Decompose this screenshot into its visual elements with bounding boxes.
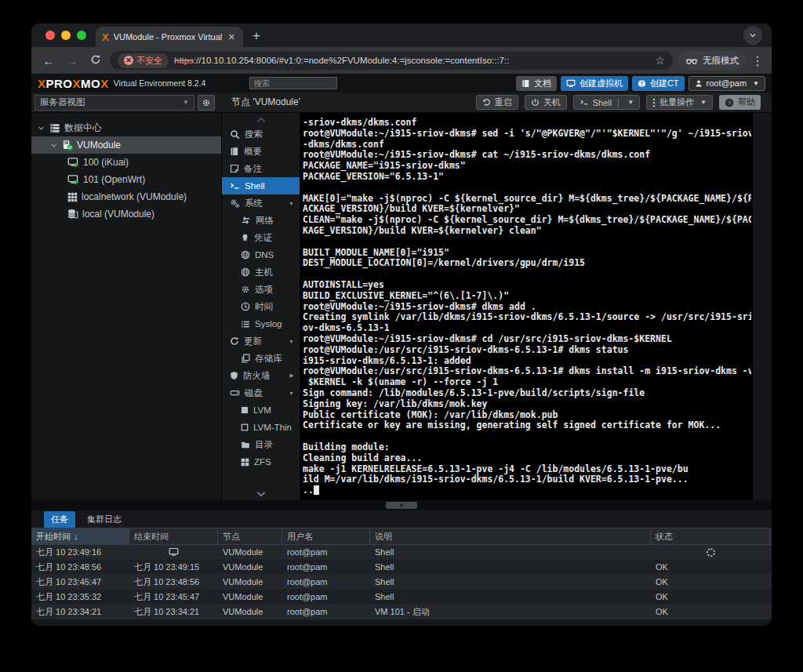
task-cell-4: Shell <box>370 562 651 572</box>
tree-item-datacenter[interactable]: 数据中心 <box>31 119 221 136</box>
browser-menu-button[interactable]: ⋮ <box>751 53 764 68</box>
bookmark-star-icon[interactable]: ☆ <box>655 54 665 67</box>
tab-cluster-log[interactable]: 集群日志 <box>80 511 129 528</box>
task-cell-2: VUModule <box>218 592 282 601</box>
pve-search-input[interactable] <box>249 77 337 89</box>
tree-item-storage-local[interactable]: local (VUModule) <box>31 205 221 223</box>
nav-item-dns[interactable]: DNS <box>222 246 300 263</box>
task-row[interactable]: 七月 10 23:45:47七月 10 23:48:56VUModuleroot… <box>31 575 772 590</box>
new-tab-button[interactable]: + <box>253 29 260 42</box>
task-row[interactable]: 七月 10 23:49:16VUModuleroot@pamShell <box>31 545 772 560</box>
nav-item-lvm[interactable]: LVM <box>222 401 300 419</box>
globe-icon <box>241 267 250 277</box>
nav-item-search[interactable]: 搜索 <box>222 125 300 143</box>
docs-button[interactable]: 文档 <box>516 76 557 91</box>
task-cell-3: root@pam <box>282 547 370 557</box>
tab-tasks[interactable]: 任务 <box>44 511 75 528</box>
column-header-4[interactable]: 说明 <box>370 529 651 544</box>
node-nav-menu: 搜索概要备注Shell系统▼网络凭证DNS主机选项时间Syslog更新▼存储库防… <box>222 113 300 500</box>
scroll-down-icon[interactable] <box>222 489 300 497</box>
task-cell-0: 七月 10 23:48:56 <box>31 561 129 573</box>
address-bar[interactable]: ✕ 不安全 https://10.10.10.254:8006/#v1:0:=n… <box>110 51 673 70</box>
nav-item-system[interactable]: 系统▼ <box>222 194 300 212</box>
security-badge[interactable]: ✕ 不安全 <box>118 53 169 68</box>
square-filled-icon <box>241 406 249 414</box>
help-button[interactable]: ? 帮助 <box>719 95 761 110</box>
nav-item-hosts[interactable]: 主机 <box>222 263 300 281</box>
panel-splitter[interactable]: ▼ <box>31 500 772 510</box>
nav-item-repositories[interactable]: 存储库 <box>222 350 300 367</box>
column-header-2[interactable]: 节点 <box>218 529 282 544</box>
view-selector[interactable]: 服务器视图 ▼ <box>35 95 194 111</box>
tree-item-node-vumodule[interactable]: VUModule <box>31 136 221 154</box>
column-header-5[interactable]: 状态 <box>651 529 770 544</box>
bulk-actions-button[interactable]: 批量操作 ▼ <box>646 95 713 110</box>
url-rest: ://10.10.10.254:8006/#v1:0:=node%2FVUMod… <box>194 56 509 65</box>
shutdown-button[interactable]: 关机 <box>525 95 567 110</box>
terminal-icon <box>230 181 240 191</box>
tree-item-storage-localnetwork[interactable]: localnetwork (VUModule) <box>31 188 221 205</box>
column-header-3[interactable]: 用户名 <box>282 529 370 544</box>
reload-button[interactable] <box>86 54 105 67</box>
nav-item-summary[interactable]: 概要 <box>222 143 300 160</box>
tree-item-vm-100[interactable]: 100 (iKuai) <box>31 154 221 171</box>
caret-down-icon: ▼ <box>289 390 294 396</box>
shell-button[interactable]: Shell ▼ <box>573 95 640 110</box>
pve-subheader: 服务器视图 ▼ 节点 'VUModule' 重启 关机 Shell ▼ <box>31 93 772 113</box>
tab-overflow-button[interactable] <box>743 26 762 45</box>
nav-item-zfs[interactable]: ZFS <box>222 453 300 470</box>
datacenter-icon <box>49 123 60 133</box>
shell-console[interactable]: -sriov-dkms/dkms.conf root@VUModule:~/i9… <box>300 113 772 500</box>
nav-item-certificates[interactable]: 凭证 <box>222 229 300 246</box>
reboot-button[interactable]: 重启 <box>476 95 518 110</box>
book-icon <box>230 147 239 156</box>
forward-button[interactable]: → <box>63 54 82 67</box>
nav-item-updates[interactable]: 更新▼ <box>222 332 300 350</box>
create-ct-button[interactable]: 创建CT <box>632 76 685 91</box>
task-row[interactable]: 七月 10 23:35:32七月 10 23:45:47VUModuleroot… <box>31 590 772 605</box>
close-window-button[interactable] <box>45 31 55 40</box>
scroll-up-icon[interactable] <box>222 115 300 123</box>
task-cell-2: VUModule <box>218 562 282 572</box>
chevron-expanded-icon[interactable] <box>36 125 45 132</box>
task-row[interactable]: 七月 10 23:34:21七月 10 23:34:21VUModuleroot… <box>31 605 772 619</box>
maximize-window-button[interactable] <box>77 31 86 40</box>
create-vm-button[interactable]: 创建虚拟机 <box>561 76 628 91</box>
nav-item-label: 存储库 <box>255 353 282 365</box>
nav-item-syslog[interactable]: Syslog <box>222 315 300 332</box>
nav-item-directory[interactable]: 目录 <box>222 436 300 453</box>
node-action-buttons: 重启 关机 Shell ▼ 批量操作 ▼ ? 帮助 <box>476 95 761 110</box>
disk-icon <box>230 388 240 398</box>
tree-item-label: VUModule <box>77 140 121 151</box>
certificate-icon <box>241 233 249 242</box>
task-cell-5: OK <box>651 562 770 572</box>
column-header-1[interactable]: 结束时间 <box>129 529 218 544</box>
chevron-expanded-icon[interactable] <box>49 142 58 149</box>
browser-tab[interactable]: X VUModule - Proxmox Virtual E ✕ <box>96 27 243 47</box>
nav-item-shell[interactable]: Shell <box>222 177 300 194</box>
nav-item-options[interactable]: 选项 <box>222 281 300 298</box>
nav-item-notes[interactable]: 备注 <box>222 160 300 177</box>
nav-item-network[interactable]: 网络 <box>222 212 300 229</box>
splitter-collapse-handle[interactable]: ▼ <box>386 502 417 509</box>
nav-item-time[interactable]: 时间 <box>222 298 300 315</box>
pve-header: XPROXMOX Virtual Environment 8.2.4 文档 创建… <box>31 74 772 93</box>
globe-icon <box>241 250 250 260</box>
column-header-0[interactable]: 开始时间↓ <box>31 529 129 544</box>
incognito-label: 无痕模式 <box>703 55 739 67</box>
tab-close-icon[interactable]: ✕ <box>227 32 237 42</box>
nav-item-disks[interactable]: 磁盘▼ <box>222 384 300 401</box>
create-ct-label: 创建CT <box>650 78 679 89</box>
browser-toolbar: ← → ✕ 不安全 https://10.10.10.254:8006/#v1:… <box>31 47 772 74</box>
question-circle-icon: ? <box>725 98 734 107</box>
nav-item-firewall[interactable]: 防火墙▶ <box>222 367 300 384</box>
view-settings-button[interactable] <box>198 95 215 111</box>
minimize-window-button[interactable] <box>61 31 71 40</box>
node-icon <box>62 140 73 151</box>
back-button[interactable]: ← <box>39 54 58 67</box>
nav-item-lvm-thin[interactable]: LVM-Thin <box>222 419 300 436</box>
tree-item-vm-101[interactable]: 101 (OpenWrt) <box>31 171 221 188</box>
terminal-output[interactable]: -sriov-dkms/dkms.conf root@VUModule:~/i9… <box>303 118 751 500</box>
user-menu-button[interactable]: root@pam ▼ <box>689 76 765 91</box>
task-row[interactable]: 七月 10 23:48:56七月 10 23:49:15VUModuleroot… <box>31 560 772 575</box>
